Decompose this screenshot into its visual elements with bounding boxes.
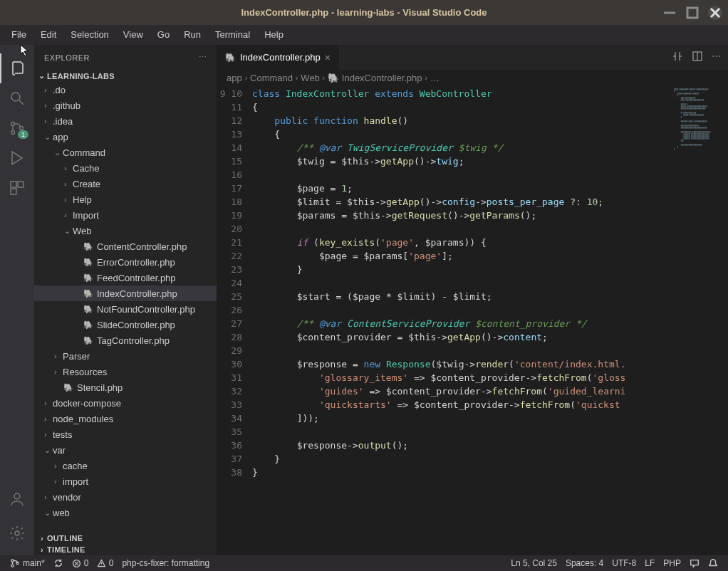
notifications-icon[interactable] (704, 558, 722, 568)
tab-indexcontroller[interactable]: 🐘 IndexController.php × (217, 45, 340, 70)
formatter-status[interactable]: php-cs-fixer: formatting (118, 558, 214, 568)
svg-point-17 (11, 565, 14, 567)
outline-section[interactable]: ›OUTLINE (34, 533, 217, 544)
menu-file[interactable]: File (4, 25, 33, 45)
feedback-icon[interactable] (685, 558, 704, 568)
tree-item-cache[interactable]: ›cache (34, 458, 217, 473)
menubar: FileEditSelectionViewGoRunTerminalHelp (0, 25, 728, 45)
tree-item-docker-compose[interactable]: ›docker-compose (34, 395, 217, 411)
menu-terminal[interactable]: Terminal (208, 25, 257, 45)
crumb-4[interactable]: … (430, 73, 440, 83)
timeline-section[interactable]: ›TIMELINE (34, 544, 217, 555)
more-actions-icon[interactable]: ⋯ (712, 51, 721, 64)
compare-changes-icon[interactable] (672, 51, 683, 64)
scm-badge: 1 (18, 130, 28, 139)
explorer-activity[interactable] (0, 53, 34, 83)
php-icon: 🐘 (63, 382, 74, 393)
php-icon: 🐘 (83, 288, 94, 299)
svg-point-7 (11, 131, 15, 135)
line-gutter: 9 10 11 12 13 14 15 16 17 18 19 20 21 22… (217, 85, 252, 555)
tree-item-tests[interactable]: ›tests (34, 426, 217, 442)
tree-item-app[interactable]: ⌄app (34, 129, 217, 145)
status-bar: main* 0 0 php-cs-fixer: formatting Ln 5,… (0, 555, 728, 571)
tree-item-notfoundcontroller-php[interactable]: 🐘NotFoundController.php (34, 301, 217, 317)
menu-go[interactable]: Go (150, 25, 177, 45)
code-content[interactable]: class IndexController extends WebControl… (252, 85, 728, 555)
svg-rect-9 (11, 182, 16, 187)
crumb-2[interactable]: Web (301, 73, 320, 83)
php-icon: 🐘 (225, 53, 236, 63)
window-title: IndexController.php - learning-labs - Vi… (0, 7, 728, 18)
close-button[interactable] (708, 6, 722, 20)
tree-item--github[interactable]: ›.github (34, 98, 217, 113)
tree-item-node_modules[interactable]: ›node_modules (34, 411, 217, 426)
php-icon: 🐘 (83, 335, 94, 346)
tree-item-var[interactable]: ⌄var (34, 442, 217, 458)
tab-close-icon[interactable]: × (325, 52, 331, 63)
encoding-status[interactable]: UTF-8 (608, 558, 640, 568)
tree-item-help[interactable]: ›Help (34, 192, 217, 207)
tree-item-import[interactable]: ›Import (34, 207, 217, 223)
svg-point-13 (15, 531, 19, 535)
explorer-more-icon[interactable]: ⋯ (199, 53, 207, 62)
eol-status[interactable]: LF (640, 558, 659, 568)
settings-activity[interactable] (0, 518, 34, 548)
branch-status[interactable]: main* (6, 558, 49, 568)
crumb-3[interactable]: 🐘 IndexController.php (328, 73, 422, 83)
tree-item-feedcontroller-php[interactable]: 🐘FeedController.php (34, 270, 217, 286)
tree-item-resources[interactable]: ›Resources (34, 364, 217, 379)
tree-item--do[interactable]: ›.do (34, 82, 217, 98)
svg-point-12 (14, 493, 20, 499)
tree-item-errorcontroller-php[interactable]: 🐘ErrorController.php (34, 254, 217, 270)
project-section[interactable]: ⌄LEARNING-LABS (34, 70, 217, 82)
tree-item--idea[interactable]: ›.idea (34, 113, 217, 129)
split-editor-icon[interactable] (692, 51, 703, 64)
problems-status[interactable]: 0 0 (68, 558, 118, 568)
menu-selection[interactable]: Selection (63, 25, 115, 45)
php-icon: 🐘 (83, 303, 94, 315)
svg-rect-10 (18, 182, 24, 187)
php-icon: 🐘 (83, 319, 94, 330)
extensions-activity[interactable] (0, 173, 34, 203)
tree-item-cache[interactable]: ›Cache (34, 160, 217, 176)
minimize-button[interactable] (662, 6, 677, 20)
tree-item-slidecontroller-php[interactable]: 🐘SlideController.php (34, 317, 217, 332)
scm-activity[interactable]: 1 (0, 113, 34, 143)
tree-item-web[interactable]: ⌄web (34, 505, 217, 520)
tree-item-contentcontroller-php[interactable]: 🐘ContentController.php (34, 239, 217, 254)
sync-status[interactable] (49, 558, 68, 568)
indent-status[interactable]: Spaces: 4 (561, 558, 608, 568)
tab-bar: 🐘 IndexController.php × ⋯ (217, 45, 728, 70)
maximize-button[interactable] (685, 6, 700, 20)
tree-item-parser[interactable]: ›Parser (34, 348, 217, 364)
explorer-sidebar: EXPLORER ⋯ ⌄LEARNING-LABS ›.do›.github›.… (34, 45, 217, 555)
tree-item-create[interactable]: ›Create (34, 176, 217, 192)
explorer-title: EXPLORER (44, 53, 90, 62)
svg-point-16 (11, 560, 14, 562)
svg-rect-11 (11, 189, 16, 194)
language-status[interactable]: PHP (659, 558, 685, 568)
accounts-activity[interactable] (0, 484, 34, 514)
tree-item-stencil-php[interactable]: 🐘Stencil.php (34, 379, 217, 395)
cursor-position[interactable]: Ln 5, Col 25 (506, 558, 561, 568)
crumb-1[interactable]: Command (250, 73, 293, 83)
activity-bar: 1 (0, 45, 34, 555)
svg-rect-1 (687, 8, 697, 18)
crumb-0[interactable]: app (227, 73, 242, 83)
menu-edit[interactable]: Edit (33, 25, 63, 45)
tree-item-indexcontroller-php[interactable]: 🐘IndexController.php (34, 286, 217, 301)
tree-item-tagcontroller-php[interactable]: 🐘TagController.php (34, 332, 217, 348)
tree-item-command[interactable]: ⌄Command (34, 145, 217, 160)
titlebar: IndexController.php - learning-labs - Vi… (0, 0, 728, 25)
debug-activity[interactable] (0, 143, 34, 173)
tree-item-vendor[interactable]: ›vendor (34, 489, 217, 505)
tree-item-web[interactable]: ⌄Web (34, 223, 217, 239)
breadcrumb[interactable]: app›Command›Web›🐘 IndexController.php›… (217, 70, 728, 85)
search-activity[interactable] (0, 83, 34, 113)
menu-run[interactable]: Run (177, 25, 208, 45)
svg-point-6 (11, 122, 15, 126)
menu-help[interactable]: Help (257, 25, 291, 45)
menu-view[interactable]: View (116, 25, 150, 45)
tree-item-import[interactable]: ›import (34, 473, 217, 489)
svg-point-8 (20, 127, 24, 130)
